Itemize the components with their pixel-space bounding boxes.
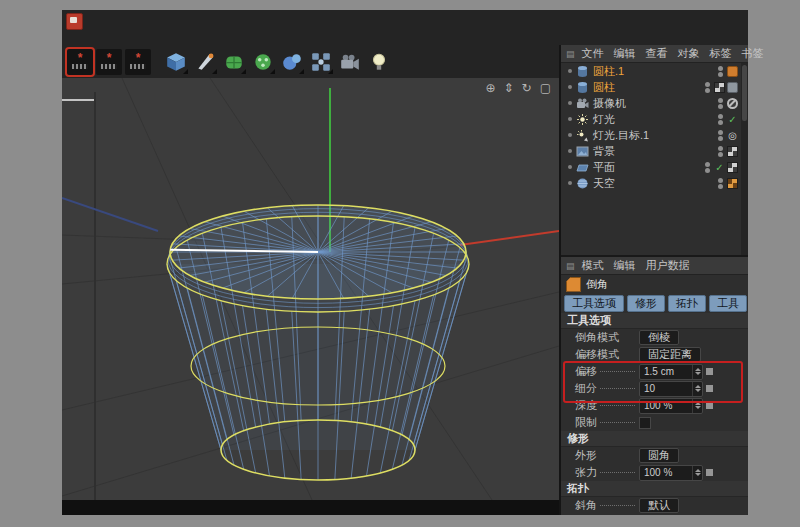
object-row[interactable]: 背景: [561, 143, 741, 159]
texture-tag-icon[interactable]: [714, 82, 725, 93]
visibility-dots-icon[interactable]: [718, 130, 723, 141]
spinner-arrows-icon[interactable]: [692, 466, 702, 480]
render-view-icon[interactable]: *: [67, 49, 93, 75]
object-row[interactable]: 天空: [561, 175, 741, 191]
shape-dropdown[interactable]: 圆角: [639, 448, 679, 463]
tab-topology[interactable]: 拓扑: [668, 295, 706, 312]
texture-tag-icon[interactable]: [727, 146, 738, 157]
visibility-dots-icon[interactable]: [718, 114, 723, 125]
tab-tool[interactable]: 工具: [709, 295, 747, 312]
object-row[interactable]: 灯光.目标.1 ◎: [561, 127, 741, 143]
zoom-view-icon[interactable]: ⇕: [504, 81, 514, 95]
texture-tag-icon[interactable]: [727, 178, 738, 189]
menu-item-file[interactable]: 文件: [577, 46, 609, 61]
phong-tag-icon[interactable]: [727, 82, 738, 93]
visibility-dots-icon[interactable]: [705, 162, 710, 173]
pan-view-icon[interactable]: ⊕: [485, 81, 495, 95]
scrollbar[interactable]: [741, 63, 748, 255]
toggle-view-icon[interactable]: ▢: [540, 81, 551, 95]
object-name[interactable]: 背景: [593, 144, 615, 159]
expand-dot-icon[interactable]: [568, 181, 572, 185]
metaball-icon[interactable]: [279, 49, 305, 75]
tab-shaping[interactable]: 修形: [627, 295, 665, 312]
attr-row-limit: 限制: [561, 414, 748, 431]
expand-dot-icon[interactable]: [568, 165, 572, 169]
attr-label: 外形: [575, 448, 597, 463]
slider-handle[interactable]: [706, 469, 713, 476]
object-row[interactable]: 圆柱: [561, 79, 741, 95]
visibility-dots-icon[interactable]: [705, 82, 710, 93]
expand-dot-icon[interactable]: [568, 101, 572, 105]
attr-row-subdivision: 细分 10: [561, 380, 748, 397]
menu-item-userdata[interactable]: 用户数据: [641, 258, 695, 273]
viewport-3d[interactable]: ⊕ ⇕ ↻ ▢: [62, 78, 559, 500]
render-settings-icon[interactable]: *: [96, 49, 122, 75]
object-row[interactable]: 摄像机: [561, 95, 741, 111]
expand-dot-icon[interactable]: [568, 149, 572, 153]
slider-handle[interactable]: [706, 402, 713, 409]
section-header-topology[interactable]: 拓扑: [561, 481, 748, 497]
object-row[interactable]: 灯光 ✓: [561, 111, 741, 127]
menu-item-tags[interactable]: 标签: [705, 46, 737, 61]
object-row[interactable]: 平面 ✓: [561, 159, 741, 175]
add-cube-icon[interactable]: [163, 49, 189, 75]
slider-handle[interactable]: [706, 368, 713, 375]
tab-tool-options[interactable]: 工具选项: [564, 295, 624, 312]
expand-dot-icon[interactable]: [568, 133, 572, 137]
spinner-arrows-icon[interactable]: [692, 399, 702, 413]
panel-menu-icon[interactable]: ▤: [564, 49, 577, 59]
limit-checkbox[interactable]: [639, 417, 651, 429]
rotate-view-icon[interactable]: ↻: [522, 81, 532, 95]
scrollbar-thumb[interactable]: [742, 65, 747, 121]
object-name[interactable]: 天空: [593, 176, 615, 191]
array-icon[interactable]: [308, 49, 334, 75]
expand-dot-icon[interactable]: [568, 69, 572, 73]
panel-menu-icon[interactable]: ▤: [564, 261, 577, 271]
visibility-dots-icon[interactable]: [718, 178, 723, 189]
menu-item-view[interactable]: 查看: [641, 46, 673, 61]
light-icon[interactable]: [366, 49, 392, 75]
bevel-mode-dropdown[interactable]: 倒棱: [639, 330, 679, 345]
object-name[interactable]: 摄像机: [593, 96, 626, 111]
offset-input[interactable]: 1.5 cm: [639, 364, 703, 380]
miter-dropdown[interactable]: 默认: [639, 498, 679, 513]
tension-input[interactable]: 100 %: [639, 465, 703, 481]
camera-icon[interactable]: [337, 49, 363, 75]
menu-item-mode[interactable]: 模式: [577, 258, 609, 273]
object-name[interactable]: 灯光: [593, 112, 615, 127]
expand-dot-icon[interactable]: [568, 117, 572, 121]
menu-item-objects[interactable]: 对象: [673, 46, 705, 61]
enabled-check-icon[interactable]: ✓: [727, 114, 738, 125]
spinner-arrows-icon[interactable]: [692, 382, 702, 396]
disabled-tag-icon[interactable]: [727, 98, 738, 109]
spinner-arrows-icon[interactable]: [692, 365, 702, 379]
section-header-shaping[interactable]: 修形: [561, 431, 748, 447]
slider-handle[interactable]: [706, 385, 713, 392]
offset-mode-dropdown[interactable]: 固定距离: [639, 347, 701, 362]
attr-label: 偏移模式: [575, 347, 619, 362]
object-row[interactable]: 圆柱.1: [561, 63, 741, 79]
polygon-tag-icon[interactable]: [727, 66, 738, 77]
section-header-tool-options[interactable]: 工具选项: [561, 313, 748, 329]
visibility-dots-icon[interactable]: [718, 146, 723, 157]
object-name[interactable]: 平面: [593, 160, 615, 175]
menu-item-edit[interactable]: 编辑: [609, 46, 641, 61]
target-tag-icon[interactable]: ◎: [727, 130, 738, 141]
menu-item-edit[interactable]: 编辑: [609, 258, 641, 273]
expand-dot-icon[interactable]: [568, 85, 572, 89]
visibility-dots-icon[interactable]: [718, 66, 723, 77]
attribute-manager-menu: ▤ 模式 编辑 用户数据: [561, 257, 748, 275]
object-name[interactable]: 圆柱: [593, 80, 615, 95]
menu-item-bookmarks[interactable]: 书签: [737, 46, 769, 61]
object-name[interactable]: 圆柱.1: [593, 64, 624, 79]
depth-input[interactable]: 100 %: [639, 398, 703, 414]
render-queue-icon[interactable]: *: [125, 49, 151, 75]
object-name[interactable]: 灯光.目标.1: [593, 128, 649, 143]
pen-spline-icon[interactable]: [192, 49, 218, 75]
modeling-objects-icon[interactable]: [250, 49, 276, 75]
subdivision-surface-icon[interactable]: [221, 49, 247, 75]
enabled-check-icon[interactable]: ✓: [714, 162, 725, 173]
visibility-dots-icon[interactable]: [718, 98, 723, 109]
subdivision-input[interactable]: 10: [639, 381, 703, 397]
texture-tag-icon[interactable]: [727, 162, 738, 173]
